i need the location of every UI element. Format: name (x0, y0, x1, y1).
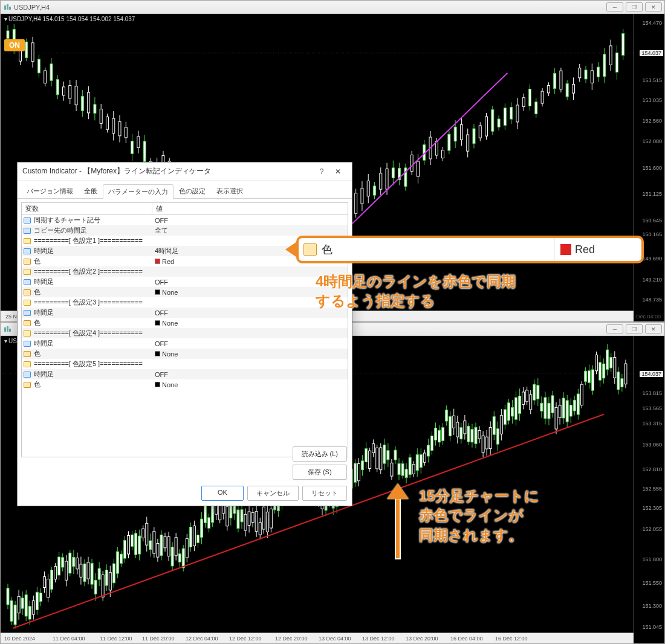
tab-3[interactable]: 色の設定 (174, 184, 211, 198)
svg-rect-177 (541, 91, 543, 103)
svg-rect-496 (530, 394, 532, 410)
svg-rect-234 (51, 570, 53, 590)
price-label: 153.565 (642, 405, 662, 411)
color-swatch-icon (155, 289, 160, 295)
svg-rect-197 (603, 54, 606, 77)
svg-rect-216 (18, 596, 20, 613)
param-row[interactable]: 色None (22, 349, 348, 359)
col-icon (24, 289, 31, 295)
color-param-icon (303, 243, 317, 256)
param-row[interactable]: 同期するチャート記号OFF (22, 215, 348, 225)
svg-rect-218 (21, 598, 24, 608)
svg-rect-246 (73, 557, 75, 566)
price-scale-m15: 154.037153.815153.565153.315153.060152.8… (634, 336, 664, 633)
svg-rect-464 (471, 430, 473, 442)
param-value[interactable]: 全て (152, 225, 348, 236)
tab-4[interactable]: 表示選択 (211, 184, 248, 198)
param-value[interactable] (152, 359, 348, 369)
price-label: 152.080 (642, 138, 662, 144)
svg-rect-2 (9, 7, 11, 10)
param-value[interactable]: OFF (152, 338, 348, 349)
callout-field-value: Red (554, 238, 641, 261)
svg-rect-400 (354, 463, 356, 483)
indicator-on-badge[interactable]: ON (4, 39, 25, 51)
price-label: 153.515 (642, 77, 662, 83)
param-row[interactable]: コピー先の時間足全て (22, 225, 348, 236)
load-button[interactable]: 読み込み (L) (293, 446, 348, 462)
time-label: 11 Dec 12:00 (100, 636, 132, 642)
minimize-button[interactable]: ─ (606, 2, 623, 11)
dialog-titlebar[interactable]: Custom Indicator - 【Myforex】ライン転記インディケータ… (18, 163, 352, 181)
reset-button[interactable]: リセット (302, 486, 347, 501)
svg-rect-260 (98, 568, 100, 579)
param-row[interactable]: 色None (22, 287, 348, 297)
price-label: 151.300 (642, 603, 662, 609)
svg-rect-416 (383, 445, 386, 463)
cancel-button[interactable]: キャンセル (247, 486, 299, 501)
svg-rect-39 (112, 118, 115, 133)
svg-rect-15 (37, 59, 40, 73)
up-arrow-icon (387, 483, 409, 559)
param-row[interactable]: =========[ 色設定5 ]=========== (22, 359, 348, 369)
param-row[interactable]: 時間足OFF (22, 369, 348, 379)
tab-0[interactable]: バージョン情報 (21, 184, 79, 198)
param-name: =========[ 色設定5 ]=========== (33, 359, 152, 369)
param-value[interactable]: OFF (152, 215, 348, 225)
titlebar-top[interactable]: USDJPY,H4 ─ ❐ ✕ (1, 1, 664, 14)
tab-1[interactable]: 全般 (79, 184, 103, 198)
param-value[interactable] (152, 328, 348, 338)
svg-rect-19 (50, 64, 53, 81)
svg-rect-520 (573, 400, 576, 411)
param-value[interactable]: None (152, 349, 348, 359)
svg-rect-406 (365, 449, 368, 462)
param-name: 色 (33, 379, 152, 390)
svg-rect-288 (149, 541, 152, 549)
svg-rect-448 (442, 428, 444, 441)
svg-rect-0 (4, 5, 6, 10)
close-button[interactable]: ✕ (645, 2, 662, 11)
close-icon[interactable]: ✕ (329, 165, 347, 178)
svg-rect-181 (554, 74, 556, 89)
red-swatch-icon (560, 244, 571, 255)
param-row[interactable]: =========[ 色設定4 ]=========== (22, 328, 348, 338)
param-row[interactable]: 色None (22, 379, 348, 390)
time-label: 11 Dec 20:00 (142, 636, 175, 642)
param-row[interactable]: =========[ 色設定3 ]=========== (22, 297, 348, 308)
se-icon (24, 279, 31, 285)
svg-rect-268 (112, 564, 115, 583)
svg-rect-25 (69, 86, 71, 99)
price-label: 151.600 (642, 165, 662, 171)
minimize-button[interactable]: ─ (606, 324, 623, 333)
ok-button[interactable]: OK (201, 486, 244, 501)
svg-rect-31 (88, 92, 90, 113)
svg-rect-410 (372, 444, 375, 453)
svg-rect-446 (438, 430, 441, 442)
app-icon (3, 325, 11, 333)
help-button[interactable]: ? (314, 167, 329, 176)
svg-rect-436 (420, 454, 422, 467)
param-row[interactable]: 時間足OFF (22, 338, 348, 349)
svg-rect-438 (423, 453, 426, 462)
param-row[interactable]: =========[ 色設定2 ]=========== (22, 266, 348, 277)
svg-rect-159 (485, 117, 488, 136)
close-button[interactable]: ✕ (645, 324, 662, 333)
tab-2[interactable]: パラメーターの入力 (103, 184, 174, 199)
dialog-title: Custom Indicator - 【Myforex】ライン転記インディケータ (22, 166, 314, 176)
param-row[interactable]: 時間足OFF (22, 277, 348, 287)
maximize-button[interactable]: ❐ (626, 2, 643, 11)
color-swatch-icon (155, 320, 160, 326)
save-button[interactable]: 保存 (S) (293, 465, 348, 480)
svg-rect-264 (105, 570, 108, 585)
param-value[interactable]: OFF (152, 369, 348, 379)
svg-rect-274 (123, 541, 126, 559)
svg-rect-266 (109, 573, 111, 590)
svg-rect-167 (510, 108, 513, 119)
param-row[interactable]: 色None (22, 318, 348, 328)
param-value[interactable]: None (152, 318, 348, 328)
param-value[interactable]: None (152, 379, 348, 390)
param-row[interactable]: 時間足OFF (22, 308, 348, 318)
maximize-button[interactable]: ❐ (626, 324, 643, 333)
svg-rect-163 (498, 119, 500, 127)
svg-rect-290 (153, 532, 155, 553)
color-swatch-icon (155, 382, 160, 387)
